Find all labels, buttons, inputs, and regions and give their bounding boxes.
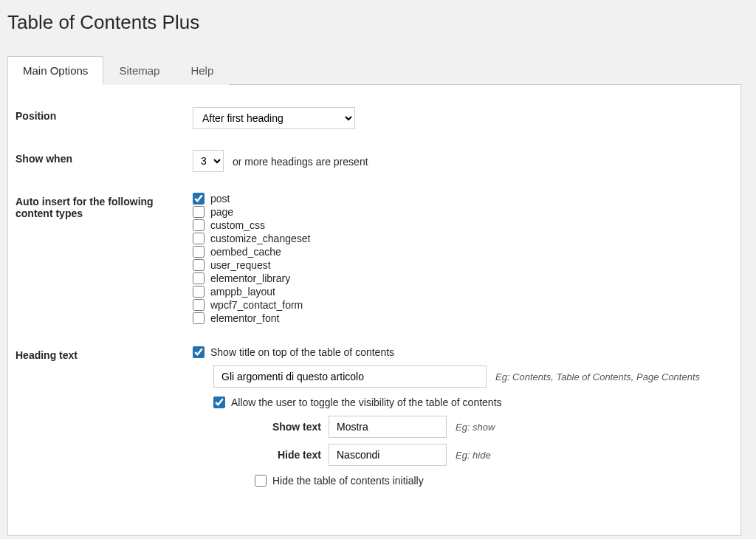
show-when-select[interactable]: 3	[193, 150, 224, 172]
list-item: elementor_font	[193, 312, 733, 324]
list-item: page	[193, 206, 733, 218]
position-select[interactable]: After first heading	[193, 107, 355, 129]
list-item: customize_changeset	[193, 233, 733, 244]
show-title-row: Show title on top of the table of conten…	[193, 346, 733, 358]
auto-insert-label: Auto insert for the following content ty…	[16, 193, 193, 219]
content-types-list: post page custom_css customize_changeset…	[193, 193, 733, 326]
position-label: Position	[16, 107, 193, 122]
heading-text-label: Heading text	[16, 346, 193, 361]
checkbox-oembed-cache[interactable]	[193, 246, 205, 258]
checkbox-custom-css[interactable]	[193, 219, 205, 231]
checkbox-elementor-library[interactable]	[193, 272, 205, 284]
checkbox-label: wpcf7_contact_form	[210, 299, 303, 311]
checkbox-label: customize_changeset	[210, 233, 310, 244]
list-item: post	[193, 193, 733, 205]
hide-text-input[interactable]	[329, 444, 447, 466]
row-position: Position After first heading	[16, 107, 733, 129]
checkbox-elementor-font[interactable]	[193, 312, 205, 324]
checkbox-label: custom_css	[210, 219, 265, 231]
checkbox-amppb-layout[interactable]	[193, 286, 205, 298]
checkbox-post[interactable]	[193, 193, 205, 205]
title-input[interactable]	[213, 365, 487, 388]
page-title: Table of Contents Plus	[7, 7, 741, 34]
checkbox-wpcf7-contact-form[interactable]	[193, 299, 205, 311]
checkbox-show-title[interactable]	[193, 346, 205, 358]
hide-text-label: Hide text	[255, 449, 321, 461]
allow-toggle-row: Allow the user to toggle the visibility …	[213, 396, 733, 408]
checkbox-label: page	[210, 206, 233, 218]
list-item: oembed_cache	[193, 246, 733, 258]
checkbox-label: user_request	[210, 259, 271, 271]
tab-help[interactable]: Help	[175, 56, 229, 85]
list-item: amppb_layout	[193, 286, 733, 298]
list-item: elementor_library	[193, 272, 733, 284]
checkbox-label: post	[210, 193, 230, 205]
checkbox-customize-changeset[interactable]	[193, 233, 205, 244]
hide-initially-row: Hide the table of contents initially	[255, 475, 733, 487]
tab-sitemap[interactable]: Sitemap	[103, 56, 175, 85]
settings-panel: Position After first heading Show when 3…	[7, 85, 741, 536]
row-show-when: Show when 3 or more headings are present	[16, 150, 733, 172]
checkbox-label: elementor_library	[210, 272, 290, 284]
list-item: user_request	[193, 259, 733, 271]
list-item: wpcf7_contact_form	[193, 299, 733, 311]
row-heading-text: Heading text Show title on top of the ta…	[16, 346, 733, 492]
title-hint: Eg: Contents, Table of Contents, Page Co…	[495, 371, 700, 382]
checkbox-user-request[interactable]	[193, 259, 205, 271]
show-when-label: Show when	[16, 150, 193, 165]
allow-toggle-label: Allow the user to toggle the visibility …	[231, 396, 502, 408]
checkbox-page[interactable]	[193, 206, 205, 218]
show-text-hint: Eg: show	[456, 422, 495, 433]
checkbox-label: amppb_layout	[210, 286, 275, 298]
list-item: custom_css	[193, 219, 733, 231]
checkbox-allow-toggle[interactable]	[213, 396, 225, 408]
row-auto-insert: Auto insert for the following content ty…	[16, 193, 733, 326]
show-text-label: Show text	[255, 421, 321, 433]
tabs: Main Options Sitemap Help	[7, 56, 741, 85]
checkbox-label: oembed_cache	[210, 246, 281, 258]
hide-text-hint: Eg: hide	[456, 450, 491, 461]
show-title-label: Show title on top of the table of conten…	[210, 346, 394, 358]
show-when-suffix: or more headings are present	[233, 156, 368, 168]
show-text-input[interactable]	[329, 416, 447, 438]
checkbox-label: elementor_font	[210, 312, 279, 324]
tab-main-options[interactable]: Main Options	[7, 56, 103, 85]
hide-initially-label: Hide the table of contents initially	[272, 475, 424, 487]
checkbox-hide-initially[interactable]	[255, 475, 267, 487]
